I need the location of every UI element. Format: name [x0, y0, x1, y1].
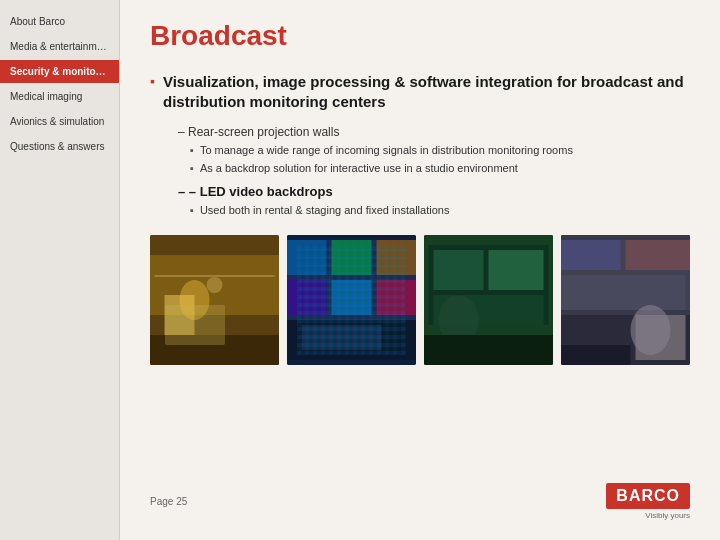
svg-rect-12 [287, 280, 327, 315]
svg-rect-16 [302, 325, 382, 350]
section-heading-rear-screen: Rear-screen projection walls [178, 125, 690, 139]
sub-bullet-text-2: As a backdrop solution for interactive u… [200, 161, 518, 176]
sub-sections: Rear-screen projection walls ▪ To manage… [166, 125, 690, 219]
sidebar-item-questions-answers[interactable]: Questions & answers [0, 135, 119, 158]
page-number: Page 25 [150, 496, 187, 507]
main-content: Broadcast ▪ Visualization, image process… [120, 0, 720, 540]
sub-bullet-1: ▪ To manage a wide range of incoming sig… [190, 143, 690, 158]
svg-rect-15 [287, 320, 416, 360]
svg-rect-14 [377, 280, 417, 315]
svg-rect-30 [561, 275, 686, 310]
svg-rect-21 [489, 250, 544, 290]
sub-bullet-3: ▪ Used both in rental & staging and fixe… [190, 203, 690, 218]
svg-point-6 [207, 277, 223, 293]
sub-bullet-text-1: To manage a wide range of incoming signa… [200, 143, 573, 158]
sub-bullet-text-3: Used both in rental & staging and fixed … [200, 203, 450, 218]
sidebar-item-security-monitoring[interactable]: Security & monitoring [0, 60, 119, 83]
barco-wrapper: BARCO Visibly yours [606, 483, 690, 520]
section-heading-led: – LED video backdrops [178, 184, 690, 199]
sub-bullet-icon-2: ▪ [190, 162, 194, 174]
svg-point-3 [180, 280, 210, 320]
barco-logo: BARCO [606, 483, 690, 509]
svg-point-32 [631, 305, 671, 355]
sidebar-item-medical-imaging[interactable]: Medical imaging [0, 85, 119, 108]
section-rear-screen: Rear-screen projection walls ▪ To manage… [166, 125, 690, 177]
sidebar-item-media-entertainment[interactable]: Media & entertainment [0, 35, 119, 58]
content-body: ▪ Visualization, image processing & soft… [150, 72, 690, 473]
broadcast-image-1 [150, 235, 279, 365]
svg-rect-20 [434, 250, 484, 290]
footer: Page 25 BARCO Visibly yours [150, 473, 690, 520]
broadcast-image-4 [561, 235, 690, 365]
svg-rect-9 [287, 240, 327, 275]
sidebar-item-about-barco[interactable]: About Barco [0, 10, 119, 33]
sub-bullet-icon-3: ▪ [190, 204, 194, 216]
svg-rect-8 [287, 240, 416, 360]
svg-rect-13 [332, 280, 372, 315]
main-bullet: ▪ Visualization, image processing & soft… [150, 72, 690, 113]
sub-bullet-2: ▪ As a backdrop solution for interactive… [190, 161, 690, 176]
sidebar-item-avionics-simulation[interactable]: Avionics & simulation [0, 110, 119, 133]
svg-rect-29 [626, 240, 691, 270]
section-led-backdrops: – LED video backdrops ▪ Used both in ren… [166, 184, 690, 218]
svg-rect-28 [561, 240, 621, 270]
broadcast-image-2 [287, 235, 416, 365]
barco-tagline: Visibly yours [645, 511, 690, 520]
sub-bullet-icon-1: ▪ [190, 144, 194, 156]
svg-rect-5 [155, 275, 275, 277]
svg-rect-33 [561, 345, 631, 365]
sidebar: About Barco Media & entertainment Securi… [0, 0, 120, 540]
page-title: Broadcast [150, 20, 690, 52]
svg-rect-24 [424, 335, 553, 365]
broadcast-image-3 [424, 235, 553, 365]
main-bullet-icon: ▪ [150, 73, 155, 89]
main-bullet-text: Visualization, image processing & softwa… [163, 72, 690, 113]
svg-rect-10 [332, 240, 372, 275]
svg-rect-11 [377, 240, 417, 275]
svg-rect-4 [150, 335, 279, 365]
svg-rect-7 [287, 235, 416, 365]
images-row [150, 235, 690, 365]
